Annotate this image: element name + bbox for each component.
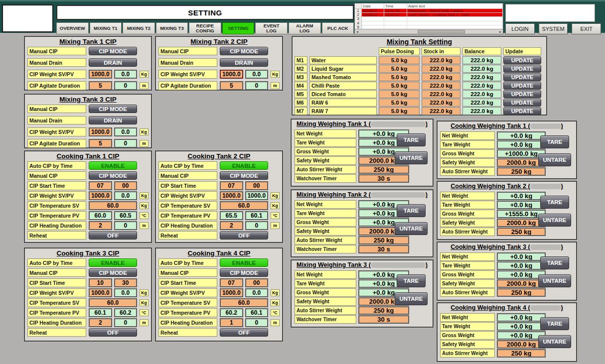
- exit-button[interactable]: EXIT: [572, 23, 601, 34]
- untare-button[interactable]: UNTARE: [538, 153, 571, 166]
- cip-mode-button[interactable]: CIP MODE: [89, 268, 137, 277]
- cip-mode-button[interactable]: CIP MODE: [89, 171, 137, 180]
- scroll-right-icon[interactable]: ►: [498, 30, 503, 33]
- sv-field[interactable]: 1000.0: [89, 288, 112, 297]
- update-button[interactable]: UPDATE: [503, 82, 541, 90]
- auto-stirrer-weight-value[interactable]: 250 kg: [497, 349, 546, 358]
- tare-button[interactable]: TARE: [540, 317, 569, 330]
- sv-field[interactable]: 1: [220, 318, 243, 327]
- value-field[interactable]: 60.0: [89, 201, 137, 210]
- sv-field[interactable]: 07: [220, 181, 243, 190]
- pulse-dosing-field[interactable]: 5.0 kg: [379, 56, 420, 64]
- update-button[interactable]: UPDATE: [503, 99, 541, 107]
- auto-stirrer-weight-value[interactable]: 250 kg: [358, 236, 409, 244]
- pv-field[interactable]: 30: [114, 278, 138, 287]
- cip-mode-button[interactable]: CIP MODE: [220, 268, 268, 277]
- sv-field[interactable]: 1000.0: [220, 70, 243, 79]
- pv-field[interactable]: 00: [245, 181, 269, 190]
- pulse-dosing-field[interactable]: 5.0 kg: [379, 65, 420, 73]
- sv-field[interactable]: 2: [89, 221, 112, 230]
- pv-field[interactable]: 00: [114, 181, 138, 190]
- sv-field[interactable]: 10: [89, 278, 112, 287]
- scrollbar-thumb[interactable]: [418, 30, 464, 33]
- off-button[interactable]: OFF: [89, 231, 137, 240]
- sv-field[interactable]: 1000.0: [89, 70, 112, 79]
- tab-mixing-t1[interactable]: MIXING T1: [90, 22, 122, 34]
- update-button[interactable]: UPDATE: [503, 90, 541, 98]
- update-button[interactable]: UPDATE: [503, 73, 541, 81]
- tab-alarm-log[interactable]: ALARM LOG: [289, 22, 321, 34]
- stock-in-field[interactable]: 222.0 kg: [422, 90, 460, 98]
- update-button[interactable]: UPDATE: [503, 65, 541, 73]
- sv-field[interactable]: 1000.0: [220, 191, 243, 200]
- auto-stirrer-weight-value[interactable]: 250 kg: [358, 306, 409, 315]
- sv-field[interactable]: 2: [89, 318, 112, 327]
- pulse-dosing-field[interactable]: 5.0 kg: [379, 90, 420, 98]
- tab-plc-ack[interactable]: PLC ACK: [322, 22, 354, 34]
- enable-button[interactable]: ENABLE: [220, 161, 268, 170]
- cip-mode-button[interactable]: CIP MODE: [220, 47, 268, 55]
- tab-event-log[interactable]: EVENT LOG: [255, 22, 288, 34]
- sv-field[interactable]: 07: [89, 181, 112, 190]
- tab-overview[interactable]: OVERVIEW: [56, 22, 89, 34]
- tab-setting[interactable]: SETTING: [222, 22, 255, 34]
- drain-button[interactable]: DRAIN: [220, 58, 268, 67]
- tare-button[interactable]: TARE: [540, 196, 569, 209]
- enable-button[interactable]: ENABLE: [89, 161, 137, 170]
- untare-button[interactable]: UNTARE: [395, 151, 428, 164]
- alarm-row[interactable]: 4: [355, 21, 503, 25]
- update-button[interactable]: UPDATE: [503, 107, 541, 115]
- pv-field[interactable]: 00: [245, 278, 269, 287]
- sv-field[interactable]: 5: [220, 81, 243, 90]
- alarm-row[interactable]: 106/08/2212:02:30Watchover - Mixing Tank…: [355, 9, 503, 13]
- tab-recipe-config[interactable]: RECIPE CONFIG: [189, 22, 221, 34]
- stock-in-field[interactable]: 222.0 kg: [422, 107, 460, 115]
- tab-mixing-t2[interactable]: MIXING T2: [123, 22, 155, 34]
- off-button[interactable]: OFF: [89, 328, 137, 337]
- stock-in-field[interactable]: 222.0 kg: [422, 73, 460, 81]
- auto-stirrer-weight-value[interactable]: 250 kg: [497, 167, 546, 176]
- stock-in-field[interactable]: 222.0 kg: [422, 65, 460, 73]
- sv-field[interactable]: 5: [89, 81, 112, 90]
- untare-button[interactable]: UNTARE: [538, 214, 571, 227]
- stock-in-field[interactable]: 222.0 kg: [422, 56, 460, 64]
- off-button[interactable]: OFF: [220, 328, 268, 337]
- drain-button[interactable]: DRAIN: [89, 58, 137, 67]
- auto-stirrer-weight-value[interactable]: 250 kg: [497, 228, 546, 236]
- scroll-left-icon[interactable]: ◄: [355, 30, 360, 33]
- auto-stirrer-weight-value[interactable]: 250 kg: [358, 165, 409, 174]
- pulse-dosing-field[interactable]: 5.0 kg: [379, 73, 420, 81]
- sv-field[interactable]: 1000.0: [89, 127, 112, 136]
- cip-mode-button[interactable]: CIP MODE: [89, 105, 137, 113]
- untare-button[interactable]: UNTARE: [538, 335, 571, 348]
- watchover-timer-value[interactable]: 30 s: [358, 245, 409, 253]
- enable-button[interactable]: ENABLE: [220, 258, 268, 267]
- sv-field[interactable]: 07: [220, 278, 243, 287]
- untare-button[interactable]: UNTARE: [395, 292, 428, 305]
- alarm-row[interactable]: 206/08/2211:54:07Level Switch - Cooking …: [355, 13, 503, 17]
- untare-button[interactable]: UNTARE: [395, 222, 428, 235]
- pulse-dosing-field[interactable]: 5.0 kg: [379, 82, 420, 90]
- off-button[interactable]: OFF: [220, 231, 268, 240]
- tare-button[interactable]: TARE: [397, 133, 426, 146]
- scrollbar-track[interactable]: [360, 29, 498, 34]
- enable-button[interactable]: ENABLE: [89, 258, 137, 267]
- alarm-row[interactable]: 3: [355, 17, 503, 21]
- value-field[interactable]: 60.0: [220, 201, 268, 210]
- cip-mode-button[interactable]: CIP MODE: [89, 47, 137, 55]
- watchover-timer-value[interactable]: 30 s: [358, 174, 409, 183]
- update-button[interactable]: UPDATE: [503, 56, 541, 64]
- system-button[interactable]: SYSTEM: [539, 23, 568, 34]
- tab-mixing-t3[interactable]: MIXING T3: [156, 22, 188, 34]
- sv-field[interactable]: 2: [220, 221, 243, 230]
- sv-field[interactable]: 1000.0: [89, 191, 112, 200]
- auto-stirrer-weight-value[interactable]: 250 kg: [497, 288, 546, 297]
- tare-button[interactable]: TARE: [540, 135, 569, 148]
- drain-button[interactable]: DRAIN: [89, 116, 137, 124]
- pulse-dosing-field[interactable]: 5.0 kg: [379, 99, 420, 107]
- value-field[interactable]: 60.0: [89, 298, 137, 307]
- tare-button[interactable]: TARE: [397, 274, 426, 287]
- alarm-scrollbar[interactable]: ◄ ►: [355, 29, 503, 34]
- value-field[interactable]: 60.0: [220, 298, 268, 307]
- sv-field[interactable]: 5: [89, 139, 112, 148]
